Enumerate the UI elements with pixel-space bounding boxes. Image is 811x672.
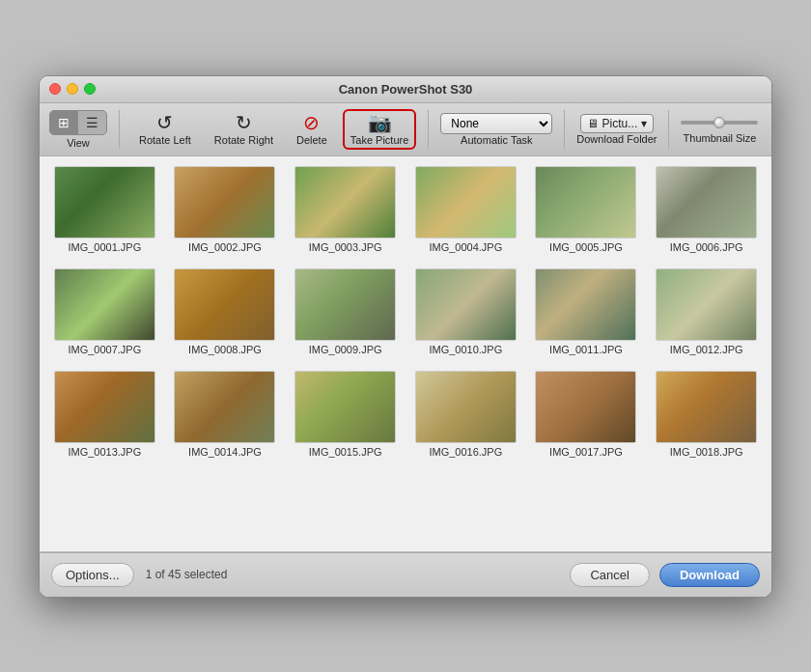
rotate-left-button[interactable]: ↺ Rotate Left xyxy=(131,109,199,150)
thumbnail-label: IMG_0011.JPG xyxy=(549,344,623,355)
bottom-right: Cancel Download xyxy=(570,563,760,587)
thumbnail-label: IMG_0005.JPG xyxy=(549,241,623,253)
window-title: Canon PowerShot S30 xyxy=(339,82,473,97)
list-item[interactable]: IMG_0010.JPG xyxy=(410,268,521,355)
list-item[interactable]: IMG_0008.JPG xyxy=(170,268,281,355)
list-item[interactable]: IMG_0002.JPG xyxy=(170,166,281,253)
separator-4 xyxy=(668,110,669,149)
list-item[interactable]: IMG_0006.JPG xyxy=(651,166,762,253)
list-view-button[interactable]: ☰ xyxy=(78,111,106,134)
close-button[interactable] xyxy=(49,83,61,95)
thumbnail-image xyxy=(535,166,636,238)
delete-label: Delete xyxy=(296,134,327,146)
thumbnail-label: IMG_0016.JPG xyxy=(429,446,502,458)
rotate-left-label: Rotate Left xyxy=(139,134,191,146)
list-item[interactable]: IMG_0018.JPG xyxy=(651,371,762,458)
thumbnail-label: IMG_0015.JPG xyxy=(309,446,382,458)
thumbnail-label: IMG_0018.JPG xyxy=(670,446,743,458)
grid-view-button[interactable]: ⊞ xyxy=(50,111,78,134)
thumbnail-size-slider[interactable] xyxy=(713,117,725,128)
thumbnail-image xyxy=(535,371,636,443)
thumbnail-image xyxy=(656,166,757,238)
traffic-lights xyxy=(49,83,96,95)
thumbnail-size-group: Thumbnail Size xyxy=(681,115,758,144)
download-folder-button[interactable]: 🖥 Pictu... ▾ xyxy=(580,114,655,133)
bottom-left: Options... 1 of 45 selected xyxy=(51,563,227,587)
list-item[interactable]: IMG_0017.JPG xyxy=(531,371,642,458)
titlebar: Canon PowerShot S30 xyxy=(40,76,771,103)
thumbnail-image xyxy=(54,371,155,443)
download-folder-label: Download Folder xyxy=(576,133,657,145)
thumbnail-image xyxy=(294,268,396,341)
thumbnail-image xyxy=(294,371,396,443)
list-item[interactable]: IMG_0009.JPG xyxy=(290,268,401,355)
thumbnail-image xyxy=(294,166,396,238)
list-item[interactable]: IMG_0001.JPG xyxy=(49,166,160,253)
take-picture-label: Take Picture xyxy=(350,134,409,146)
view-toggle[interactable]: ⊞ ☰ xyxy=(49,110,107,135)
content-area: IMG_0001.JPG IMG_0002.JPG IMG_0003.JPG I… xyxy=(40,156,771,552)
take-picture-button[interactable]: 📷 Take Picture xyxy=(343,109,417,150)
thumbnail-label: IMG_0004.JPG xyxy=(429,241,502,253)
list-item[interactable]: IMG_0005.JPG xyxy=(531,166,642,253)
thumbnail-label: IMG_0006.JPG xyxy=(670,241,743,253)
thumbnail-label: IMG_0014.JPG xyxy=(188,446,262,458)
thumbnail-label: IMG_0009.JPG xyxy=(309,344,382,355)
thumbnail-label: IMG_0001.JPG xyxy=(68,241,141,253)
thumbnail-image xyxy=(656,371,757,443)
options-button[interactable]: Options... xyxy=(51,563,134,587)
list-item[interactable]: IMG_0014.JPG xyxy=(170,371,281,458)
thumbnail-label: IMG_0008.JPG xyxy=(188,344,262,355)
delete-icon: ⊘ xyxy=(303,113,320,132)
thumbnail-size-label: Thumbnail Size xyxy=(684,132,757,144)
thumbnail-label: IMG_0007.JPG xyxy=(68,344,141,355)
chevron-down-icon: ▾ xyxy=(641,117,647,130)
separator-3 xyxy=(564,110,565,149)
thumbnail-image xyxy=(174,371,275,443)
camera-icon: 📷 xyxy=(368,113,392,132)
cancel-button[interactable]: Cancel xyxy=(570,563,649,587)
view-group: ⊞ ☰ View xyxy=(49,110,107,149)
thumbnail-image xyxy=(174,268,275,341)
download-folder-group: 🖥 Pictu... ▾ Download Folder xyxy=(576,114,657,145)
minimize-button[interactable] xyxy=(67,83,78,95)
toolbar: ⊞ ☰ View ↺ Rotate Left ↻ Rotate Right ⊘ … xyxy=(40,103,771,156)
view-label: View xyxy=(67,137,90,149)
thumbnail-label: IMG_0010.JPG xyxy=(429,344,502,355)
thumbnail-size-slider-track xyxy=(681,121,758,125)
thumbnail-label: IMG_0002.JPG xyxy=(188,241,262,253)
thumbnail-image xyxy=(535,268,636,341)
list-item[interactable]: IMG_0003.JPG xyxy=(290,166,401,253)
list-item[interactable]: IMG_0007.JPG xyxy=(49,268,160,355)
rotate-right-button[interactable]: ↻ Rotate Right xyxy=(207,109,281,150)
list-item[interactable]: IMG_0012.JPG xyxy=(651,268,762,355)
list-item[interactable]: IMG_0015.JPG xyxy=(290,371,401,458)
download-button[interactable]: Download xyxy=(659,563,760,587)
list-item[interactable]: IMG_0004.JPG xyxy=(410,166,521,253)
main-window: Canon PowerShot S30 ⊞ ☰ View ↺ Rotate Le… xyxy=(39,75,772,598)
thumbnail-grid: IMG_0001.JPG IMG_0002.JPG IMG_0003.JPG I… xyxy=(49,166,762,458)
automatic-task-group: None Auto Download Automatic Task xyxy=(440,113,552,146)
automatic-task-select[interactable]: None Auto Download xyxy=(440,113,552,134)
bottom-bar: Options... 1 of 45 selected Cancel Downl… xyxy=(40,552,771,597)
delete-button[interactable]: ⊘ Delete xyxy=(289,109,335,150)
automatic-task-label: Automatic Task xyxy=(461,134,532,146)
rotate-right-icon: ↻ xyxy=(236,113,252,132)
rotate-left-icon: ↺ xyxy=(156,113,173,132)
thumbnail-image xyxy=(415,371,517,443)
thumbnail-image xyxy=(415,268,517,341)
thumbnail-image xyxy=(54,166,155,238)
thumbnail-label: IMG_0012.JPG xyxy=(670,344,743,355)
folder-icon: 🖥 xyxy=(587,117,599,130)
thumbnail-label: IMG_0003.JPG xyxy=(309,241,382,253)
thumbnail-image xyxy=(54,268,155,341)
thumbnail-label: IMG_0017.JPG xyxy=(549,446,623,458)
list-item[interactable]: IMG_0016.JPG xyxy=(410,371,521,458)
selection-info: 1 of 45 selected xyxy=(146,568,228,581)
maximize-button[interactable] xyxy=(84,83,96,95)
list-item[interactable]: IMG_0011.JPG xyxy=(531,268,642,355)
thumbnail-image xyxy=(174,166,275,238)
list-item[interactable]: IMG_0013.JPG xyxy=(49,371,160,458)
separator-2 xyxy=(428,110,429,149)
thumbnail-image xyxy=(656,268,757,341)
